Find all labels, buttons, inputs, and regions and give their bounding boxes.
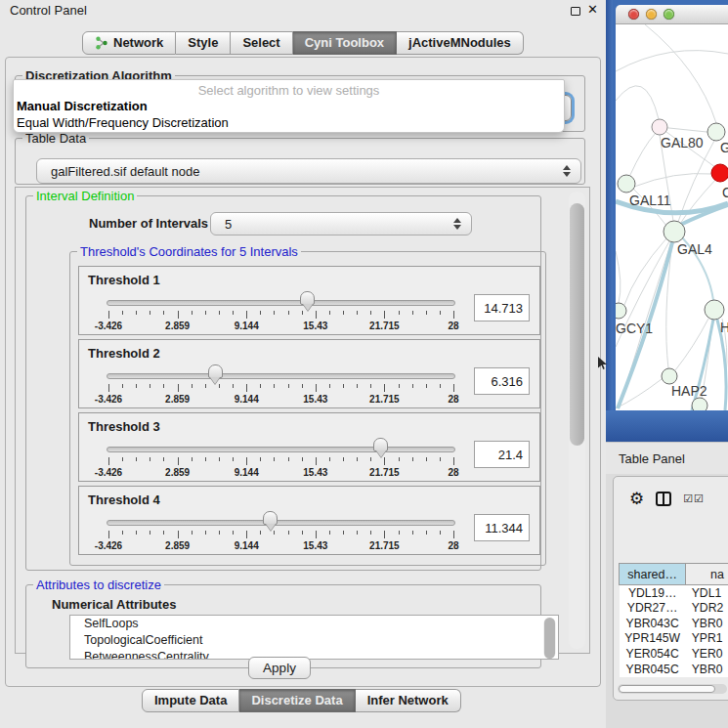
tab-jactivemnodules[interactable]: jActiveMNodules — [397, 31, 524, 55]
list-scrollbar[interactable] — [543, 618, 556, 659]
dropdown-option-manual[interactable]: Manual Discretization — [14, 98, 564, 114]
column-header-shared[interactable]: shared… — [620, 564, 686, 585]
network-edge[interactable] — [629, 133, 656, 177]
close-icon[interactable]: ✕ — [587, 2, 598, 17]
network-node[interactable] — [662, 368, 677, 384]
number-of-intervals-combobox[interactable]: 5 — [210, 212, 472, 236]
network-canvas[interactable]: GAL80GACGAL11GAL4GCY1HHAP2 — [616, 24, 728, 410]
tab-impute-data[interactable]: Impute Data — [142, 689, 239, 712]
network-window-frame-bottom — [606, 410, 728, 442]
gear-icon[interactable]: ⚙ — [629, 491, 644, 507]
tab-label: Select — [242, 32, 279, 54]
slider-ruler: -3.4262.8599.14415.4321.71528 — [108, 311, 453, 334]
tab-label: Infer Network — [367, 690, 449, 711]
network-node[interactable] — [711, 164, 728, 182]
number-of-intervals-label: Number of Intervals — [89, 216, 208, 231]
node-label: HAP2 — [671, 383, 707, 399]
numerical-attributes-list[interactable]: SelfLoops TopologicalCoefficient Between… — [69, 615, 559, 660]
tab-infer-network[interactable]: Infer Network — [356, 689, 461, 712]
spinner-arrows-icon — [559, 165, 575, 177]
network-edge[interactable] — [616, 251, 621, 303]
horizontal-scrollbar[interactable] — [618, 684, 727, 694]
network-node[interactable] — [652, 119, 667, 135]
slider-handle[interactable] — [263, 511, 278, 525]
threshold-slider[interactable] — [107, 373, 455, 379]
threshold-label: Threshold 4 — [88, 492, 160, 507]
threshold-value-field[interactable]: 21.4 — [474, 441, 530, 468]
network-icon — [95, 36, 108, 50]
table-data-combobox[interactable]: galFiltered.sif default node — [36, 158, 581, 184]
node-label: H — [720, 320, 728, 335]
network-node[interactable] — [692, 398, 707, 410]
threshold-label: Threshold 2 — [88, 346, 160, 361]
network-edge[interactable] — [616, 86, 659, 119]
network-window-titlebar[interactable] — [616, 5, 728, 24]
slider-handle[interactable] — [208, 364, 223, 378]
tab-label: Impute Data — [154, 690, 227, 711]
table-row[interactable]: YDL19…YDL1 — [620, 585, 728, 601]
network-edge[interactable] — [616, 51, 728, 71]
dropdown-prompt: Select algorithm to view settings — [14, 80, 564, 98]
algorithm-dropdown-popup: Select algorithm to view settings Manual… — [13, 79, 565, 133]
table-row[interactable]: YBR043CYBR0 — [620, 616, 728, 631]
threshold-row: Threshold 2 -3.4262.8599.14415.4321.7152… — [78, 339, 540, 408]
threshold-slider[interactable] — [107, 447, 455, 452]
control-panel: Control Panel ✕ Network Style Select Cyn… — [0, 0, 606, 728]
group-title: Threshold's Coordinates for 5 Intervals — [77, 244, 301, 259]
tab-select[interactable]: Select — [231, 31, 292, 55]
threshold-slider[interactable] — [107, 520, 455, 526]
scrollbar-thumb[interactable] — [570, 203, 584, 446]
threshold-row: Threshold 4 -3.4262.8599.14415.4321.7152… — [78, 486, 540, 555]
network-node[interactable] — [707, 123, 725, 141]
node-table[interactable]: shared… na YDL19…YDL1YDR27…YDR2YBR043CYB… — [619, 563, 728, 677]
network-edge[interactable] — [634, 174, 712, 187]
network-node[interactable] — [705, 300, 724, 320]
threshold-value-field[interactable]: 6.316 — [474, 367, 530, 395]
table-row[interactable]: YPR145WYPR1 — [620, 631, 728, 647]
split-view-icon[interactable] — [656, 492, 671, 506]
close-traffic-light[interactable] — [628, 9, 639, 20]
list-item[interactable]: BetweennessCentrality — [70, 649, 558, 660]
slider-ruler: -3.4262.8599.14415.4321.71528 — [108, 457, 453, 481]
slider-handle[interactable] — [300, 291, 315, 305]
network-graph[interactable]: GAL80GACGAL11GAL4GCY1HHAP2 — [616, 24, 728, 410]
node-label: GA — [720, 140, 728, 155]
table-panel-card: ⚙ ☑☑ shared… na YDL19…YDL1YDR27…YDR2YBR0… — [613, 476, 728, 701]
list-item[interactable]: SelfLoops — [70, 616, 558, 632]
table-row[interactable]: YER054CYER0 — [620, 646, 728, 662]
minimize-traffic-light[interactable] — [646, 9, 657, 20]
network-node[interactable] — [664, 221, 685, 242]
slider-ruler: -3.4262.8599.14415.4321.71528 — [108, 384, 453, 407]
dropdown-option-equal-width[interactable]: Equal Width/Frequency Discretization — [14, 114, 564, 131]
float-window-icon[interactable] — [571, 7, 580, 16]
tab-discretize-data[interactable]: Discretize Data — [239, 689, 355, 712]
column-header-name[interactable]: na — [686, 564, 728, 585]
table-viewport: shared… na YDL19…YDL1YDR27…YDR2YBR043CYB… — [614, 516, 728, 677]
group-title: Interval Definition — [33, 189, 137, 203]
table-toolbar: ⚙ ☑☑ — [614, 485, 728, 512]
tab-label: Network — [113, 32, 163, 54]
tab-cyni-toolbox[interactable]: Cyni Toolbox — [293, 31, 397, 55]
network-node[interactable] — [616, 303, 626, 319]
network-node[interactable] — [618, 175, 635, 193]
table-row[interactable]: YBR045CYBR0 — [620, 662, 728, 677]
list-item[interactable]: TopologicalCoefficient — [70, 632, 558, 649]
slider-handle[interactable] — [373, 438, 388, 451]
node-label: C — [722, 185, 728, 200]
threshold-value-field[interactable]: 11.344 — [474, 514, 530, 541]
thresholds-group: Threshold's Coordinates for 5 Intervals … — [69, 251, 546, 566]
threshold-value-field[interactable]: 14.713 — [474, 294, 530, 321]
panel-title: Control Panel — [10, 3, 87, 18]
top-tabstrip: Network Style Select Cyni Toolbox jActiv… — [82, 31, 524, 55]
threshold-slider[interactable] — [107, 300, 455, 306]
zoom-traffic-light[interactable] — [664, 9, 674, 20]
table-row[interactable]: YDR27…YDR2 — [620, 600, 728, 616]
tab-style[interactable]: Style — [176, 31, 231, 55]
cyni-toolbox-card: Discretization Algorithm Select algorith… — [5, 57, 601, 687]
scrollbar-thumb[interactable] — [619, 685, 715, 693]
vertical-scrollbar[interactable] — [569, 192, 585, 649]
apply-button[interactable]: Apply — [248, 657, 311, 679]
checkbox-icons[interactable]: ☑☑ — [683, 492, 705, 505]
tab-network[interactable]: Network — [82, 31, 176, 55]
network-edge[interactable] — [624, 238, 666, 305]
